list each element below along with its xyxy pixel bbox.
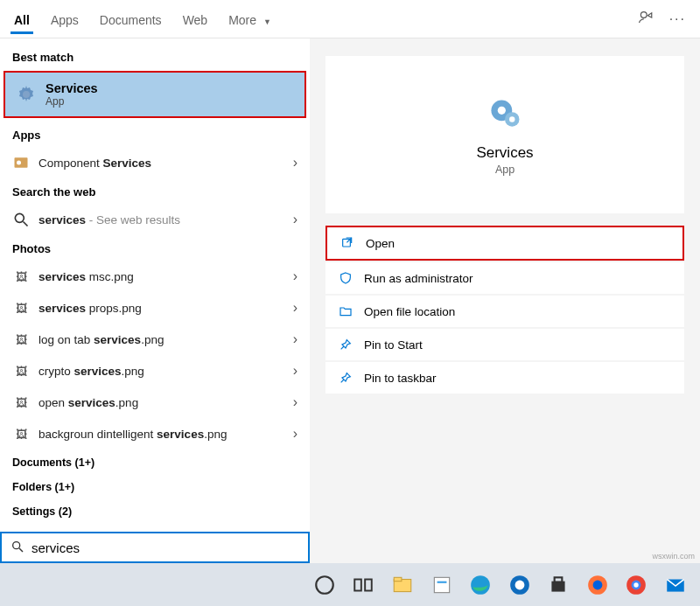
svg-point-4 [15,213,24,222]
watermark: wsxwin.com [652,552,695,561]
photo-result[interactable]: 🖼 services props.png › [0,292,310,324]
chrome-icon[interactable] [617,568,656,603]
photo-result[interactable]: 🖼 backgroun dintelligent services.png › [0,418,310,449]
photo-result[interactable]: 🖼 services msc.png › [0,261,310,292]
cortana-icon[interactable] [305,568,345,603]
taskbar [0,563,700,606]
search-window: All Apps Documents Web More ▼ ··· Best m… [0,0,700,563]
chevron-right-icon: › [293,300,298,316]
action-pin-taskbar[interactable]: Pin to taskbar [326,362,684,394]
shield-icon [336,269,355,287]
photo-result-label: open services.png [38,396,293,409]
pin-icon [336,336,355,353]
svg-rect-14 [355,579,362,590]
search-bar[interactable] [0,532,310,563]
action-run-admin[interactable]: Run as administrator [326,262,684,294]
tab-bar: All Apps Documents Web More ▼ ··· [0,0,700,38]
svg-rect-15 [366,579,373,590]
svg-point-7 [498,106,506,114]
svg-point-26 [592,580,602,589]
image-file-icon: 🖼 [12,299,30,317]
tab-apps[interactable]: Apps [40,4,89,34]
action-list: Open Run as administrator Open file loca… [326,226,684,394]
photo-result[interactable]: 🖼 crypto services.png › [0,355,310,387]
svg-point-20 [471,575,490,595]
section-folders[interactable]: Folders (1+) [0,474,310,498]
component-services-icon [12,154,30,171]
app-icon[interactable] [422,568,461,603]
image-file-icon: 🖼 [12,425,30,442]
action-open[interactable]: Open [326,226,684,261]
action-pin-start[interactable]: Pin to Start [326,329,684,360]
photo-result[interactable]: 🖼 open services.png › [0,387,310,418]
section-best-match: Best match [0,44,310,69]
web-result[interactable]: services - See web results › [0,204,310,235]
svg-point-9 [509,116,514,122]
edge-icon-2[interactable] [500,568,539,603]
preview-panel: Services App Open Run as administrator [310,38,700,563]
photo-result-label: log on tab services.png [38,333,293,346]
taskview-icon[interactable] [344,568,383,603]
section-photos: Photos [0,235,310,261]
svg-point-3 [17,161,21,165]
best-match-title: Services [46,81,98,95]
svg-line-12 [19,548,23,552]
photo-result[interactable]: 🖼 log on tab services.png › [0,324,310,355]
pin-icon [336,369,355,387]
svg-point-13 [316,576,333,594]
image-file-icon: 🖼 [12,362,30,380]
action-label: Open file location [364,305,455,318]
chevron-down-icon: ▼ [263,17,271,26]
search-icon [12,211,30,228]
tab-more[interactable]: More ▼ [218,4,282,34]
chevron-right-icon: › [293,212,298,227]
gear-icon [16,84,37,105]
chevron-right-icon: › [293,363,298,379]
tab-all[interactable]: All [4,4,40,34]
firefox-icon[interactable] [578,568,617,603]
action-open-location[interactable]: Open file location [326,296,684,327]
search-input[interactable] [32,540,299,555]
web-result-label: services - See web results [38,213,293,226]
best-match-item[interactable]: Services App [4,71,306,118]
photo-result-label: backgroun dintelligent services.png [38,428,293,441]
store-icon[interactable] [539,568,578,603]
more-options-icon[interactable]: ··· [669,11,686,27]
photo-result-label: services msc.png [38,270,293,283]
image-file-icon: 🖼 [12,394,30,411]
svg-line-5 [24,222,28,226]
tab-documents[interactable]: Documents [89,4,172,34]
section-search-web: Search the web [0,178,310,204]
section-apps: Apps [0,122,310,147]
preview-title: Services [476,144,533,162]
action-label: Pin to taskbar [364,372,437,385]
photo-result-label: services props.png [38,302,293,315]
action-label: Pin to Start [364,338,423,352]
app-result[interactable]: Component Services › [0,147,310,178]
svg-rect-18 [434,577,449,592]
preview-card: Services App [326,56,684,213]
photo-result-label: crypto services.png [38,365,293,378]
edge-icon[interactable] [461,568,500,603]
svg-rect-17 [394,577,402,581]
tab-more-label: More [228,13,256,27]
section-documents[interactable]: Documents (1+) [0,449,310,474]
app-result-label: Component Services [38,157,293,170]
chevron-right-icon: › [293,268,298,284]
chevron-right-icon: › [293,331,298,347]
best-match-text: Services App [46,81,98,108]
image-file-icon: 🖼 [12,268,30,285]
search-icon [10,540,24,556]
tab-web[interactable]: Web [172,4,219,34]
preview-subtitle: App [495,164,514,176]
results-panel: Best match Services App Apps Component S… [0,38,310,563]
svg-point-29 [634,582,638,587]
section-settings[interactable]: Settings (2) [0,498,310,523]
svg-point-0 [640,12,647,18]
svg-rect-19 [437,581,446,582]
explorer-icon[interactable] [383,568,423,603]
gear-icon [486,94,524,136]
feedback-icon[interactable] [638,10,654,28]
svg-rect-24 [555,577,563,582]
mail-icon[interactable] [655,568,695,603]
